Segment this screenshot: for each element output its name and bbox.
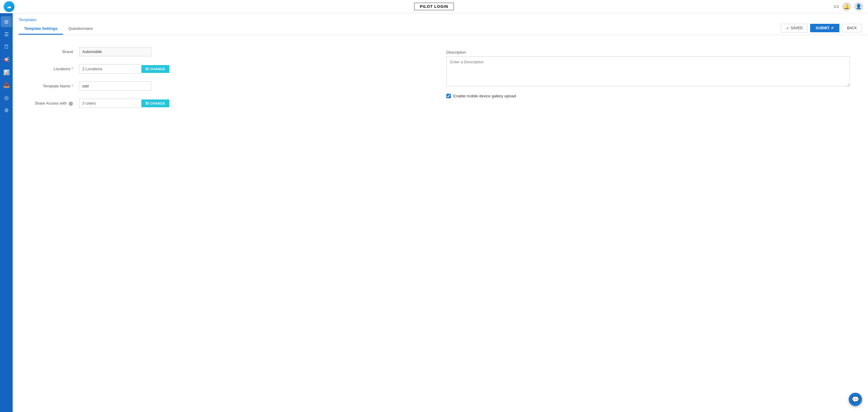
locations-required: * [71,67,73,71]
locations-value: 2 Locations [79,64,141,73]
description-group: Description [446,50,850,88]
template-name-input[interactable] [79,82,151,91]
enable-upload-label: Enable mobile device gallery upload [453,94,516,98]
back-button[interactable]: BACK [842,24,862,32]
brand-row: Brand [31,47,434,56]
sidebar-item-inbox[interactable]: 📥 [1,80,12,90]
grid-icon-2 [146,102,149,105]
template-name-row: Template Name * [31,82,434,91]
topbar-right: 1/1 🔔 👤 [834,2,863,11]
locations-row: Locations * 2 Locations CHANGE [31,64,434,73]
breadcrumb[interactable]: Templates [19,18,862,22]
info-icon[interactable]: i [69,102,73,106]
form-content: Brand Locations * 2 Locations CHANGE [13,35,868,120]
share-access-label: Share Access with i [31,101,79,106]
tab-actions: ✔ SAVED SUBMIT ✔ BACK [781,24,862,34]
locations-label: Locations * [31,67,79,71]
check-icon: ✔ [786,26,789,30]
sidebar-item-announcements[interactable]: 📢 [1,54,12,65]
enable-upload-checkbox[interactable] [446,94,451,98]
sidebar-item-dashboard[interactable]: ⊞ [1,16,12,27]
brand-label: Brand [31,50,79,54]
user-avatar[interactable]: 👤 [854,2,863,11]
tabs-row: Template Settings Questionnaire ✔ SAVED … [19,23,862,35]
page-header: Templates Template Settings Questionnair… [13,13,868,35]
app-logo[interactable]: ☁ [4,1,14,12]
sidebar-item-settings-circle[interactable]: ◎ [1,92,12,103]
tab-template-settings[interactable]: Template Settings [19,23,63,35]
submit-button[interactable]: SUBMIT ✔ [810,24,839,32]
grid-icon [146,67,149,70]
chat-bubble[interactable]: 💬 [849,393,862,406]
topbar: ☁ PILOT LOGIN 1/1 🔔 👤 [0,0,868,13]
form-right-inner: Description Enable mobile device gallery… [446,47,850,98]
sidebar-item-charts[interactable]: 📊 [1,67,12,78]
sidebar-item-gear[interactable]: ⚙ [1,105,12,116]
share-access-change-button[interactable]: CHANGE [141,99,169,107]
description-label: Description [446,50,850,55]
locations-field: 2 Locations CHANGE [79,64,169,73]
sidebar: ⊞ ☰ 🗒 📢 📊 📥 ◎ ⚙ [0,13,13,412]
saved-button[interactable]: ✔ SAVED [781,24,808,33]
share-access-row: Share Access with i 3 Users CHANGE [31,99,434,108]
sidebar-item-documents[interactable]: 🗒 [1,41,12,53]
description-textarea[interactable] [446,56,850,87]
tabs: Template Settings Questionnaire [19,23,98,35]
form-right: Description Enable mobile device gallery… [446,47,850,108]
template-name-required: * [71,84,73,88]
template-name-label: Template Name * [31,84,79,88]
sidebar-item-list[interactable]: ☰ [1,29,12,40]
main-content: Templates Template Settings Questionnair… [13,13,868,412]
submit-check-icon: ✔ [831,26,834,30]
form-left: Brand Locations * 2 Locations CHANGE [31,47,434,108]
enable-upload-row: Enable mobile device gallery upload [446,94,850,98]
share-access-value: 3 Users [79,99,141,108]
tab-questionnaire[interactable]: Questionnaire [63,23,98,35]
notifications-icon[interactable]: 🔔 [842,2,851,11]
share-access-field: 3 Users CHANGE [79,99,169,108]
brand-input[interactable] [79,47,151,56]
app-title: PILOT LOGIN [414,3,454,10]
page-count: 1/1 [834,4,839,9]
locations-change-button[interactable]: CHANGE [141,65,169,73]
